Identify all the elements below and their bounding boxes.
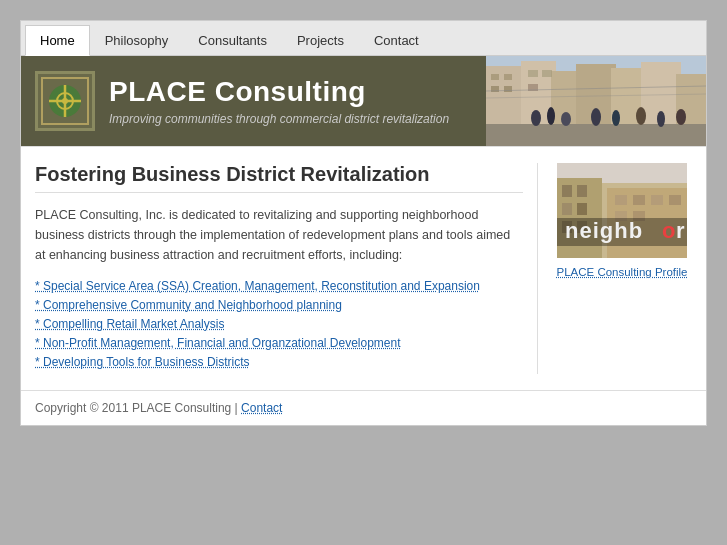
nav-tab-philosophy[interactable]: Philosophy [90,25,184,55]
logo-icon [35,71,95,131]
header-text-block: PLACE Consulting Improving communities t… [109,76,449,126]
svg-text:r: r [676,218,685,243]
footer-copyright: Copyright © 2011 PLACE Consulting | [35,401,238,415]
service-item-4[interactable]: Non-Profit Management, Financial and Org… [35,336,523,350]
svg-point-22 [531,110,541,126]
svg-rect-14 [491,74,499,80]
svg-point-5 [62,98,68,104]
service-item-1[interactable]: Special Service Area (SSA) Creation, Man… [35,279,523,293]
svg-point-25 [591,108,601,126]
svg-point-28 [657,111,665,127]
page-heading: Fostering Business District Revitalizati… [35,163,523,193]
svg-rect-18 [528,70,538,77]
vertical-divider [537,163,538,374]
service-item-3[interactable]: Compelling Retail Market Analysis [35,317,523,331]
profile-label[interactable]: PLACE Consulting Profile [556,266,687,278]
profile-image-svg: neighb o r [557,163,687,258]
svg-point-24 [561,112,571,126]
svg-rect-19 [542,70,552,77]
header-left: PLACE Consulting Improving communities t… [21,56,486,146]
svg-rect-15 [504,74,512,80]
nav-tab-consultants[interactable]: Consultants [183,25,282,55]
svg-rect-44 [651,195,663,205]
svg-rect-42 [615,195,627,205]
svg-rect-38 [562,203,572,215]
svg-point-29 [676,109,686,125]
svg-text:o: o [662,218,675,243]
header-banner: PLACE Consulting Improving communities t… [21,56,706,146]
svg-point-26 [612,110,620,126]
svg-rect-21 [486,124,706,146]
svg-point-27 [636,107,646,125]
company-name: PLACE Consulting [109,76,449,108]
svg-rect-37 [577,185,587,197]
nav-tab-home[interactable]: Home [25,25,90,56]
nav-tab-projects[interactable]: Projects [282,25,359,55]
svg-rect-17 [504,86,512,92]
svg-rect-36 [562,185,572,197]
footer: Copyright © 2011 PLACE Consulting | Cont… [21,390,706,425]
nav-bar: Home Philosophy Consultants Projects Con… [21,21,706,56]
content-right: neighb o r PLACE Consulting Profile [552,163,692,374]
header-photo [486,56,706,146]
company-tagline: Improving communities through commercial… [109,112,449,126]
svg-rect-43 [633,195,645,205]
services-list: Special Service Area (SSA) Creation, Man… [35,279,523,369]
service-item-5[interactable]: Developing Tools for Business Districts [35,355,523,369]
intro-text: PLACE Consulting, Inc. is dedicated to r… [35,205,523,265]
header-photo-svg [486,56,706,146]
logo-svg [41,77,89,125]
page-wrapper: Home Philosophy Consultants Projects Con… [20,20,707,426]
svg-point-23 [547,107,555,125]
content-left: Fostering Business District Revitalizati… [35,163,523,374]
main-content: Fostering Business District Revitalizati… [21,146,706,390]
profile-image-box: neighb o r [557,163,687,258]
svg-text:neighb: neighb [565,218,643,243]
footer-contact-link[interactable]: Contact [241,401,282,415]
service-item-2[interactable]: Comprehensive Community and Neighborhood… [35,298,523,312]
svg-rect-45 [669,195,681,205]
svg-rect-39 [577,203,587,215]
nav-tab-contact[interactable]: Contact [359,25,434,55]
